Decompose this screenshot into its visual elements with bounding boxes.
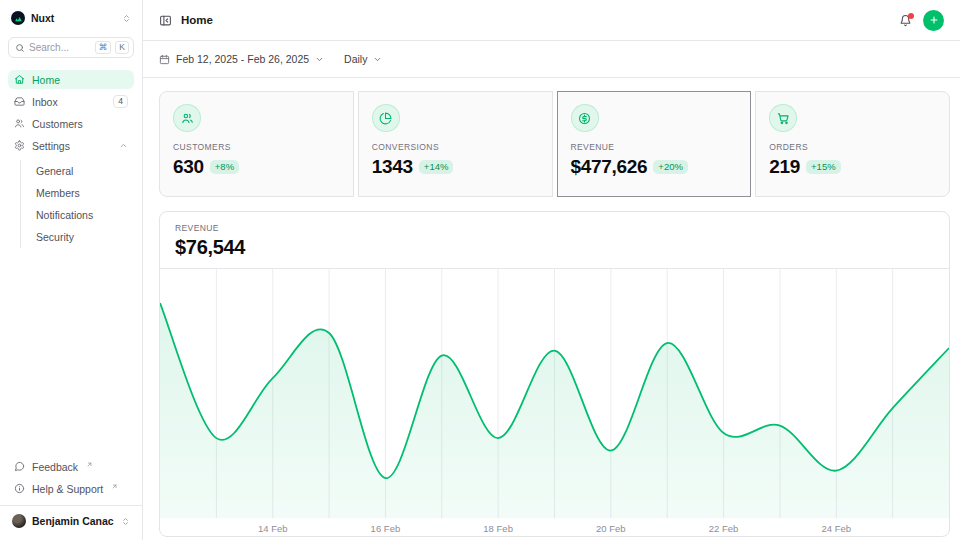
kbd-k: K — [115, 41, 129, 54]
sidebar-item-home[interactable]: Home — [8, 70, 134, 89]
filters-toolbar: Feb 12, 2025 - Feb 26, 2025 Daily — [143, 41, 960, 78]
sidebar-item-notifications[interactable]: Notifications — [21, 204, 134, 226]
svg-text:14 Feb: 14 Feb — [258, 523, 288, 534]
top-header: Home — [143, 0, 960, 41]
workspace-name: Nuxt — [31, 12, 54, 24]
granularity-select[interactable]: Daily — [344, 53, 382, 65]
workspace-selector[interactable]: Nuxt — [8, 9, 134, 27]
stat-value: 219 — [769, 156, 800, 178]
header-actions — [899, 10, 944, 31]
info-icon — [14, 483, 25, 494]
sidebar-footer-links: Feedback Help & Support — [8, 457, 134, 498]
sidebar-item-settings[interactable]: Settings — [8, 136, 134, 155]
search-input[interactable]: Search... ⌘ K — [8, 37, 134, 58]
add-button[interactable] — [923, 10, 944, 31]
page-title: Home — [181, 14, 213, 26]
gear-icon — [14, 140, 25, 151]
chevron-up-icon — [119, 141, 128, 150]
sidebar: Nuxt Search... ⌘ K Home — [0, 0, 143, 540]
chart-header: REVENUE $76,544 — [160, 212, 949, 268]
svg-text:16 Feb: 16 Feb — [371, 523, 401, 534]
sidebar-item-label: Inbox — [32, 96, 58, 108]
calendar-icon — [159, 54, 170, 65]
pie-chart-icon — [372, 104, 400, 132]
sidebar-item-members[interactable]: Members — [21, 182, 134, 204]
chevron-down-icon — [373, 55, 382, 64]
stat-card-customers[interactable]: CUSTOMERS 630 +8% — [159, 91, 354, 197]
date-range-picker[interactable]: Feb 12, 2025 - Feb 26, 2025 — [159, 53, 324, 65]
settings-submenu: General Members Notifications Security — [20, 160, 134, 248]
cart-icon — [769, 104, 797, 132]
main-area: Home Feb 12, 2025 - Feb 26, 2025 — [143, 0, 960, 540]
help-support-link[interactable]: Help & Support — [8, 479, 134, 498]
dollar-icon — [571, 104, 599, 132]
stat-label: CUSTOMERS — [173, 142, 340, 152]
stat-card-revenue[interactable]: REVENUE $477,626 +20% — [557, 91, 752, 197]
stat-delta-badge: +20% — [653, 160, 688, 175]
feedback-label: Feedback — [32, 461, 78, 473]
sidebar-collapse-button[interactable] — [159, 14, 172, 27]
avatar — [12, 514, 26, 528]
stats-row: CUSTOMERS 630 +8% CONVERSIONS 1343 +14% — [159, 91, 950, 197]
notifications-button[interactable] — [899, 14, 912, 27]
revenue-chart-card: REVENUE $76,544 14 Feb16 Feb18 Feb20 Feb… — [159, 211, 950, 537]
stat-label: ORDERS — [769, 142, 936, 152]
sidebar-spacer — [8, 248, 134, 457]
nuxt-logo-icon — [11, 11, 25, 25]
users-icon — [173, 104, 201, 132]
sidebar-nav: Home Inbox 4 Customers Settings — [8, 70, 134, 248]
sidebar-item-customers[interactable]: Customers — [8, 114, 134, 133]
sidebar-item-general[interactable]: General — [21, 160, 134, 182]
stat-label: REVENUE — [571, 142, 738, 152]
revenue-area-chart[interactable]: 14 Feb16 Feb18 Feb20 Feb22 Feb24 Feb — [160, 268, 949, 536]
date-range-label: Feb 12, 2025 - Feb 26, 2025 — [176, 53, 309, 65]
granularity-label: Daily — [344, 53, 367, 65]
sidebar-item-label: Settings — [32, 140, 70, 152]
stat-value: 630 — [173, 156, 204, 178]
stat-card-orders[interactable]: ORDERS 219 +15% — [755, 91, 950, 197]
stat-value: $477,626 — [571, 156, 648, 178]
stat-label: CONVERSIONS — [372, 142, 539, 152]
chart-metric-value: $76,544 — [175, 236, 934, 259]
svg-text:20 Feb: 20 Feb — [596, 523, 626, 534]
help-support-label: Help & Support — [32, 483, 103, 495]
chart-metric-label: REVENUE — [175, 223, 934, 233]
user-name: Benjamin Canac — [32, 515, 114, 527]
sidebar-item-security[interactable]: Security — [21, 226, 134, 248]
stat-delta-badge: +15% — [806, 160, 841, 175]
stat-delta-badge: +14% — [419, 160, 454, 175]
home-icon — [14, 74, 25, 85]
stat-card-conversions[interactable]: CONVERSIONS 1343 +14% — [358, 91, 553, 197]
chevron-down-icon — [315, 55, 324, 64]
inbox-icon — [14, 96, 25, 107]
users-icon — [14, 118, 25, 129]
external-link-icon — [86, 461, 93, 468]
svg-text:24 Feb: 24 Feb — [821, 523, 851, 534]
stat-value: 1343 — [372, 156, 413, 178]
chevrons-up-down-icon — [122, 14, 131, 23]
stat-delta-badge: +8% — [210, 160, 239, 175]
search-icon — [15, 43, 25, 53]
plus-icon — [929, 15, 939, 25]
inbox-count-badge: 4 — [113, 95, 128, 108]
sidebar-item-label: Customers — [32, 118, 83, 130]
dashboard-content: CUSTOMERS 630 +8% CONVERSIONS 1343 +14% — [143, 78, 960, 540]
svg-text:18 Feb: 18 Feb — [483, 523, 513, 534]
svg-text:22 Feb: 22 Feb — [709, 523, 739, 534]
chevrons-up-down-icon — [121, 517, 130, 526]
panel-left-close-icon — [159, 14, 172, 27]
sidebar-item-inbox[interactable]: Inbox 4 — [8, 92, 134, 111]
sidebar-item-label: Home — [32, 74, 60, 86]
chat-bubble-icon — [14, 461, 25, 472]
search-placeholder: Search... — [29, 42, 91, 53]
user-menu-button[interactable]: Benjamin Canac — [8, 506, 134, 532]
notification-dot — [908, 13, 914, 19]
feedback-link[interactable]: Feedback — [8, 457, 134, 476]
app-root: Nuxt Search... ⌘ K Home — [0, 0, 960, 540]
kbd-cmd: ⌘ — [95, 41, 112, 54]
external-link-icon — [111, 483, 118, 490]
